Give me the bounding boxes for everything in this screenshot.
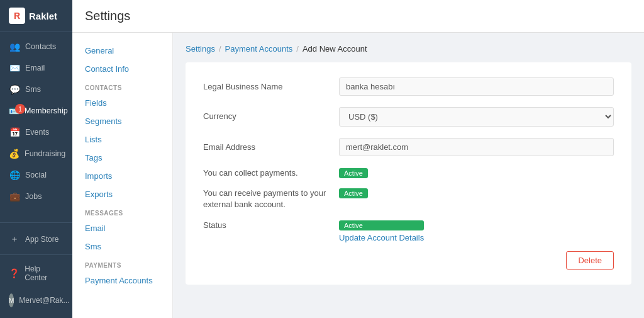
status-label: Status — [203, 220, 329, 231]
contacts-icon: 👥 — [9, 42, 20, 52]
label-legal-name: Legal Business Name — [203, 77, 329, 91]
membership-badge: 1 — [15, 104, 25, 114]
menu-item-payment-accounts[interactable]: Payment Accounts — [72, 271, 172, 290]
sidebar-label-fundraising: Fundraising — [25, 149, 65, 158]
field-currency-row: Currency USD ($) EUR (€) GBP (£) — [203, 107, 614, 127]
sidebar-item-social[interactable]: 🌐 Social — [0, 164, 72, 186]
jobs-icon: 💼 — [9, 191, 20, 202]
update-account-link[interactable]: Update Account Details — [339, 233, 424, 242]
page-title: Settings — [85, 9, 631, 23]
status-value: Active Update Account Details — [339, 220, 424, 242]
logo-icon: R — [9, 8, 25, 24]
sidebar-label-email: Email — [25, 64, 45, 72]
sidebar-item-helpcenter[interactable]: ❓ Help Center — [0, 259, 72, 288]
collect-payments-value: Active — [339, 168, 368, 178]
menu-item-general[interactable]: General — [72, 42, 172, 60]
logo-text: Raklet — [29, 11, 57, 21]
breadcrumb-sep-1: / — [219, 44, 221, 54]
main-header: Settings — [72, 0, 644, 33]
sidebar-item-email[interactable]: ✉️ Email — [0, 57, 72, 79]
menu-item-exports[interactable]: Exports — [72, 185, 172, 203]
sidebar-nav: 👥 Contacts ✉️ Email 💬 Sms 🪪 1 Membership… — [0, 32, 72, 222]
social-icon: 🌐 — [9, 170, 20, 180]
sidebar-label-contacts: Contacts — [25, 42, 56, 51]
delete-button[interactable]: Delete — [566, 251, 614, 270]
status-row: Status Active Update Account Details — [203, 220, 614, 242]
collect-payments-text: You can collect payments. — [203, 168, 329, 179]
menu-item-tags[interactable]: Tags — [72, 149, 172, 167]
sidebar-label-helpcenter: Help Center — [25, 264, 64, 282]
receive-payments-badge: Active — [339, 188, 368, 198]
main-body: General Contact Info CONTACTS Fields Seg… — [72, 33, 644, 318]
breadcrumb-settings[interactable]: Settings — [186, 44, 215, 54]
menu-item-msg-email[interactable]: Email — [72, 219, 172, 237]
sidebar: R Raklet 👥 Contacts ✉️ Email 💬 Sms 🪪 1 M… — [0, 0, 72, 318]
sidebar-label-user: Mervet@Rak... — [19, 296, 69, 305]
sidebar-label-sms: Sms — [25, 85, 41, 94]
collect-payments-row: You can collect payments. Active — [203, 168, 614, 179]
section-label-payments: PAYMENTS — [72, 256, 172, 271]
email-icon: ✉️ — [9, 63, 20, 73]
receive-payments-value: Active — [339, 188, 368, 198]
select-currency[interactable]: USD ($) EUR (€) GBP (£) — [339, 107, 614, 127]
label-email: Email Address — [203, 138, 329, 152]
sidebar-item-appstore[interactable]: ＋ App Store — [0, 228, 72, 251]
breadcrumb-sep-2: / — [296, 44, 299, 54]
main-area: Settings General Contact Info CONTACTS F… — [72, 0, 644, 318]
status-badge: Active — [339, 220, 424, 230]
sidebar-item-contacts[interactable]: 👥 Contacts — [0, 36, 72, 57]
label-currency: Currency — [203, 107, 329, 121]
sidebar-label-jobs: Jobs — [25, 192, 42, 201]
logo-area: R Raklet — [0, 0, 72, 32]
sidebar-label-membership: Membership — [25, 106, 68, 115]
sidebar-bottom: ＋ App Store ❓ Help Center M Mervet@Rak..… — [0, 222, 72, 318]
content-area: Settings / Payment Accounts / Add New Ac… — [173, 33, 644, 318]
receive-payments-row: You can receive payments to your externa… — [203, 188, 614, 210]
menu-item-contact-info[interactable]: Contact Info — [72, 60, 172, 78]
sidebar-label-appstore: App Store — [25, 235, 58, 244]
collect-payments-badge: Active — [339, 168, 368, 178]
card-footer: Delete — [203, 251, 614, 270]
sidebar-item-jobs[interactable]: 💼 Jobs — [0, 186, 72, 207]
fundraising-icon: 💰 — [9, 149, 19, 159]
sidebar-item-membership[interactable]: 🪪 1 Membership — [0, 100, 72, 122]
sidebar-label-social: Social — [25, 171, 47, 179]
helpcenter-icon: ❓ — [9, 268, 19, 278]
appstore-icon: ＋ — [9, 234, 20, 245]
field-legal-name-row: Legal Business Name — [203, 77, 614, 96]
input-email[interactable] — [339, 138, 614, 156]
menu-item-segments[interactable]: Segments — [72, 112, 172, 130]
menu-item-fields[interactable]: Fields — [72, 94, 172, 112]
breadcrumb-payment-accounts[interactable]: Payment Accounts — [225, 44, 293, 54]
sidebar-item-fundraising[interactable]: 💰 Fundraising — [0, 143, 72, 164]
breadcrumb: Settings / Payment Accounts / Add New Ac… — [186, 44, 631, 54]
menu-item-msg-sms[interactable]: Sms — [72, 237, 172, 256]
section-label-messages: MESSAGES — [72, 203, 172, 219]
avatar: M — [9, 293, 14, 307]
sms-icon: 💬 — [9, 84, 20, 94]
events-icon: 📅 — [9, 127, 20, 137]
sidebar-label-events: Events — [25, 128, 49, 137]
sidebar-item-user[interactable]: M Mervet@Rak... — [0, 288, 72, 313]
sidebar-divider — [0, 254, 72, 255]
input-legal-name[interactable] — [339, 77, 614, 96]
section-label-contacts: CONTACTS — [72, 78, 172, 94]
sidebar-item-sms[interactable]: 💬 Sms — [0, 79, 72, 100]
sidebar-item-events[interactable]: 📅 Events — [0, 122, 72, 143]
status-section: Active Update Account Details — [339, 220, 424, 242]
field-email-row: Email Address — [203, 138, 614, 156]
settings-menu: General Contact Info CONTACTS Fields Seg… — [72, 33, 173, 318]
receive-payments-text: You can receive payments to your externa… — [203, 188, 329, 210]
menu-item-imports[interactable]: Imports — [72, 167, 172, 185]
breadcrumb-current: Add New Account — [303, 44, 367, 54]
menu-item-lists[interactable]: Lists — [72, 130, 172, 149]
form-card: Legal Business Name Currency USD ($) EUR… — [186, 62, 631, 285]
